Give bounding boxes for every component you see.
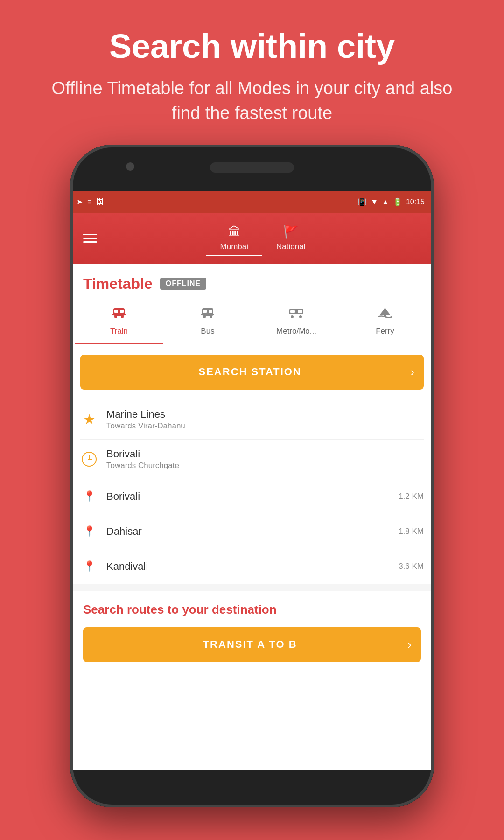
station-list: ★ Marine Lines Towards Virar-Dahanu (70, 400, 434, 584)
phone-screen: ➤ ≡ 🖼 📳 ▼ ▲ 🔋 10:15 🏛 Mumb (70, 191, 434, 770)
camera (126, 162, 134, 171)
app-toolbar: 🏛 Mumbai 🚩 National (70, 213, 434, 264)
train-icon (112, 307, 126, 323)
bus-icon (201, 307, 215, 323)
header-title: Search within city (37, 28, 467, 65)
location-icon: 📍 (80, 558, 98, 575)
station-distance: 3.6 KM (399, 562, 424, 571)
svg-rect-1 (114, 310, 118, 313)
recent-icon (80, 450, 98, 468)
wifi-icon: ▼ (371, 198, 378, 206)
station-info: Marine Lines Towards Virar-Dahanu (106, 408, 424, 431)
transport-tabs: Train Bu (70, 300, 434, 344)
station-name: Borivali (106, 448, 424, 460)
svg-rect-14 (290, 310, 295, 313)
svg-rect-9 (209, 310, 212, 313)
phone-top (70, 145, 434, 191)
ferry-icon (377, 307, 393, 323)
timetable-title: Timetable (83, 275, 153, 293)
train-label: Train (110, 327, 128, 336)
toolbar-tabs: 🏛 Mumbai 🚩 National (101, 221, 425, 255)
nav-icon: ➤ (77, 197, 83, 206)
main-card: Timetable OFFLINE (70, 264, 434, 584)
header-section: Search within city Offline Timetable for… (0, 0, 504, 145)
mumbai-icon: 🏛 (228, 225, 240, 239)
svg-point-11 (210, 315, 212, 318)
station-info: Borivali (106, 490, 390, 503)
vibrate-icon: 📳 (357, 197, 367, 206)
header-subtitle: Offline Timetable for all Modes in your … (37, 76, 467, 126)
svg-point-17 (299, 315, 302, 318)
tab-national-label: National (276, 242, 305, 252)
search-station-arrow: › (410, 365, 414, 379)
station-info: Borivali Towards Churchgate (106, 448, 424, 470)
svg-marker-19 (380, 308, 390, 315)
svg-point-4 (121, 315, 124, 318)
hamburger-menu[interactable] (79, 230, 101, 246)
transit-ab-button[interactable]: TRANSIT A TO B › (83, 627, 421, 662)
status-left-icons: ➤ ≡ 🖼 (77, 197, 104, 206)
svg-point-3 (114, 315, 117, 318)
transport-tab-train[interactable]: Train (75, 300, 163, 344)
station-distance: 1.2 KM (399, 492, 424, 501)
svg-rect-2 (120, 310, 124, 313)
location-icon: 📍 (80, 488, 98, 505)
station-name: Borivali (106, 490, 390, 503)
signal-icon: ▲ (382, 198, 389, 206)
timetable-header: Timetable OFFLINE (70, 264, 434, 300)
battery-icon: 🔋 (393, 197, 402, 206)
list-item[interactable]: 📍 Dahisar 1.8 KM (80, 514, 424, 549)
station-subtitle: Towards Churchgate (106, 461, 424, 470)
metro-label: Metro/Mo... (276, 327, 316, 336)
routes-title: Search routes to your destination (83, 602, 421, 617)
ferry-label: Ferry (376, 327, 394, 336)
station-name: Marine Lines (106, 408, 424, 420)
status-right-icons: 📳 ▼ ▲ 🔋 10:15 (357, 197, 425, 206)
svg-point-16 (291, 315, 294, 318)
status-bar: ➤ ≡ 🖼 📳 ▼ ▲ 🔋 10:15 (70, 191, 434, 213)
svg-rect-8 (203, 310, 207, 313)
image-icon: 🖼 (96, 198, 104, 206)
national-icon: 🚩 (283, 225, 298, 239)
tab-mumbai[interactable]: 🏛 Mumbai (206, 221, 262, 255)
transit-arrow-icon: › (407, 637, 412, 652)
svg-rect-6 (118, 308, 120, 316)
favorite-icon: ★ (80, 411, 98, 428)
transport-tab-metro[interactable]: Metro/Mo... (252, 300, 341, 344)
tab-national[interactable]: 🚩 National (262, 221, 319, 255)
search-station-label: SEARCH STATION (90, 366, 410, 378)
list-item[interactable]: Borivali Towards Churchgate (80, 440, 424, 479)
location-icon: 📍 (80, 523, 98, 540)
metro-icon (288, 307, 304, 323)
svg-rect-12 (201, 314, 214, 315)
station-info: Kandivali (106, 560, 390, 573)
bus-label: Bus (201, 327, 214, 336)
phone-frame: ➤ ≡ 🖼 📳 ▼ ▲ 🔋 10:15 🏛 Mumb (70, 145, 434, 807)
transport-tab-bus[interactable]: Bus (163, 300, 252, 344)
station-name: Kandivali (106, 560, 390, 573)
station-subtitle: Towards Virar-Dahanu (106, 421, 424, 431)
list-icon: ≡ (87, 198, 91, 206)
tab-mumbai-label: Mumbai (220, 242, 248, 252)
content-area: Timetable OFFLINE (70, 264, 434, 770)
svg-point-10 (203, 315, 206, 318)
transit-label: TRANSIT A TO B (92, 638, 407, 651)
station-distance: 1.8 KM (399, 527, 424, 536)
offline-badge: OFFLINE (160, 278, 206, 290)
transport-tab-ferry[interactable]: Ferry (341, 300, 429, 344)
list-item[interactable]: ★ Marine Lines Towards Virar-Dahanu (80, 400, 424, 440)
phone-bottom (70, 770, 434, 807)
search-station-button[interactable]: SEARCH STATION › (80, 355, 424, 390)
list-item[interactable]: 📍 Kandivali 3.6 KM (80, 549, 424, 584)
clock-display: 10:15 (406, 198, 425, 206)
station-info: Dahisar (106, 525, 390, 538)
list-item[interactable]: 📍 Borivali 1.2 KM (80, 479, 424, 514)
speaker (210, 162, 294, 173)
routes-card: Search routes to your destination TRANSI… (70, 591, 434, 770)
svg-rect-15 (298, 310, 302, 313)
station-name: Dahisar (106, 525, 390, 538)
